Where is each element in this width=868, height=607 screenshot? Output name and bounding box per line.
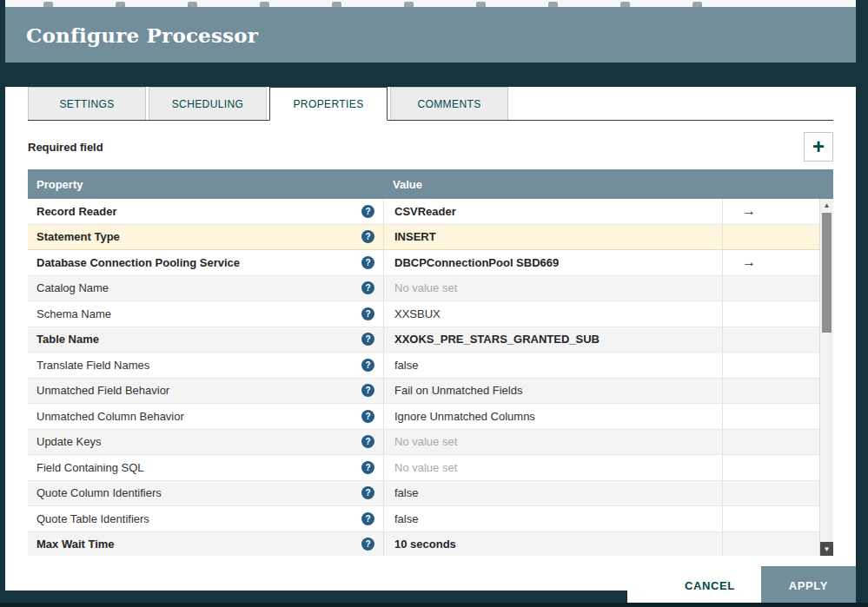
property-row[interactable]: Update Keys ? No value set — [28, 430, 819, 456]
goto-cell: → — [723, 250, 819, 275]
property-value: XXOKS_PRE_STARS_GRANTED_SUB — [394, 333, 600, 346]
value-cell[interactable]: false — [384, 506, 723, 531]
goto-cell — [723, 353, 819, 378]
property-row[interactable]: Schema Name ? XXSBUX — [28, 301, 819, 327]
tab-bar: SETTINGSSCHEDULINGPROPERTIESCOMMENTS — [28, 87, 833, 121]
value-cell[interactable]: XXSBUX — [384, 301, 723, 327]
table-toolbar: Required field + — [28, 132, 833, 162]
goto-cell — [723, 379, 819, 404]
goto-cell — [723, 301, 819, 327]
value-cell[interactable]: No value set — [384, 455, 723, 480]
help-icon[interactable]: ? — [361, 307, 374, 320]
property-row[interactable]: Record Reader ? CSVReader → — [28, 199, 819, 225]
property-value: XXSBUX — [394, 307, 441, 320]
help-icon[interactable]: ? — [361, 486, 374, 499]
help-icon[interactable]: ? — [361, 359, 374, 372]
property-name: Record Reader — [36, 205, 116, 218]
property-cell: Update Keys ? — [28, 430, 384, 455]
value-cell[interactable]: DBCPConnectionPool SBD669 — [384, 250, 723, 275]
property-cell: Max Wait Time ? — [28, 532, 384, 557]
property-cell: Table Name ? — [28, 327, 384, 353]
property-name: Table Name — [36, 333, 99, 346]
property-value: No value set — [394, 461, 457, 474]
property-value: false — [394, 359, 418, 372]
value-cell[interactable]: false — [384, 481, 723, 506]
dialog-button-bar: CANCEL APPLY — [627, 566, 856, 605]
goto-cell — [723, 225, 819, 250]
properties-table: Property Value Record Reader ? CSVReader… — [28, 169, 833, 556]
property-row[interactable]: Unmatched Column Behavior ? Ignore Unmat… — [28, 404, 819, 430]
nifi-canvas-background: Configure Processor SETTINGSSCHEDULINGPR… — [0, 0, 868, 607]
goto-service-icon[interactable]: → — [742, 255, 756, 269]
help-icon[interactable]: ? — [361, 410, 374, 423]
goto-cell — [723, 506, 819, 531]
property-name: Schema Name — [36, 307, 111, 320]
property-row[interactable]: Quote Column Identifiers ? false — [28, 481, 819, 507]
goto-cell — [723, 532, 819, 557]
property-row[interactable]: Table Name ? XXOKS_PRE_STARS_GRANTED_SUB — [28, 327, 819, 353]
property-name: Unmatched Column Behavior — [36, 410, 184, 423]
value-cell[interactable]: XXOKS_PRE_STARS_GRANTED_SUB — [384, 327, 723, 353]
property-row[interactable]: Statement Type ? INSERT — [28, 225, 819, 251]
help-icon[interactable]: ? — [361, 384, 374, 397]
property-name: Quote Table Identifiers — [36, 512, 149, 525]
column-header-property: Property — [28, 178, 384, 191]
help-icon[interactable]: ? — [361, 205, 374, 218]
value-cell[interactable]: Fail on Unmatched Fields — [384, 379, 723, 404]
property-row[interactable]: Catalog Name ? No value set — [28, 276, 819, 302]
property-row[interactable]: Database Connection Pooling Service ? DB… — [28, 250, 819, 276]
property-value: No value set — [394, 435, 457, 448]
plus-icon: + — [812, 136, 825, 157]
value-cell[interactable]: CSVReader — [384, 199, 723, 224]
value-cell[interactable]: No value set — [384, 276, 723, 301]
value-cell[interactable]: Ignore Unmatched Columns — [384, 404, 723, 429]
property-row[interactable]: Field Containing SQL ? No value set — [28, 455, 819, 481]
tab-settings[interactable]: SETTINGS — [28, 87, 146, 120]
property-name: Unmatched Field Behavior — [36, 384, 169, 397]
property-value: No value set — [394, 281, 457, 294]
property-cell: Quote Column Identifiers ? — [28, 481, 384, 506]
help-icon[interactable]: ? — [361, 230, 374, 243]
add-property-button[interactable]: + — [804, 132, 833, 162]
value-cell[interactable]: No value set — [384, 430, 723, 455]
cancel-button[interactable]: CANCEL — [659, 566, 761, 605]
help-icon[interactable]: ? — [361, 333, 374, 346]
property-row[interactable]: Max Wait Time ? 10 seconds — [28, 532, 819, 557]
property-cell: Translate Field Names ? — [28, 353, 384, 378]
goto-cell — [723, 481, 819, 506]
scrollbar-thumb[interactable] — [822, 213, 832, 333]
property-name: Quote Column Identifiers — [36, 486, 162, 499]
scroll-up-icon[interactable]: ▲ — [820, 199, 833, 212]
property-row[interactable]: Translate Field Names ? false — [28, 353, 819, 379]
tab-scheduling[interactable]: SCHEDULING — [149, 87, 267, 120]
help-icon[interactable]: ? — [361, 538, 374, 551]
property-cell: Record Reader ? — [28, 199, 384, 224]
property-row[interactable]: Unmatched Field Behavior ? Fail on Unmat… — [28, 379, 819, 405]
help-icon[interactable]: ? — [361, 281, 374, 294]
help-icon[interactable]: ? — [361, 461, 374, 474]
help-icon[interactable]: ? — [361, 256, 374, 269]
value-cell[interactable]: false — [384, 353, 723, 378]
tab-comments[interactable]: COMMENTS — [390, 87, 508, 120]
dialog-body: SETTINGSSCHEDULINGPROPERTIESCOMMENTS Req… — [5, 87, 856, 591]
goto-cell — [723, 404, 819, 429]
scroll-down-icon[interactable]: ▼ — [820, 542, 833, 556]
configure-processor-dialog: Configure Processor SETTINGSSCHEDULINGPR… — [5, 7, 856, 591]
table-scrollbar[interactable]: ▲ ▼ — [819, 199, 833, 556]
help-icon[interactable]: ? — [361, 512, 374, 525]
help-icon[interactable]: ? — [361, 435, 374, 448]
property-name: Statement Type — [36, 230, 120, 243]
property-value: false — [394, 512, 418, 525]
property-row[interactable]: Quote Table Identifiers ? false — [28, 506, 819, 532]
property-value: 10 seconds — [394, 538, 456, 551]
tab-properties[interactable]: PROPERTIES — [269, 87, 388, 121]
property-value: INSERT — [394, 230, 436, 243]
value-cell[interactable]: 10 seconds — [384, 532, 723, 557]
property-cell: Field Containing SQL ? — [28, 455, 384, 480]
value-cell[interactable]: INSERT — [384, 225, 723, 250]
goto-service-icon[interactable]: → — [742, 204, 756, 218]
property-name: Catalog Name — [36, 281, 109, 294]
dialog-header: Configure Processor — [5, 7, 856, 63]
dialog-title: Configure Processor — [5, 23, 258, 47]
apply-button[interactable]: APPLY — [761, 566, 856, 605]
